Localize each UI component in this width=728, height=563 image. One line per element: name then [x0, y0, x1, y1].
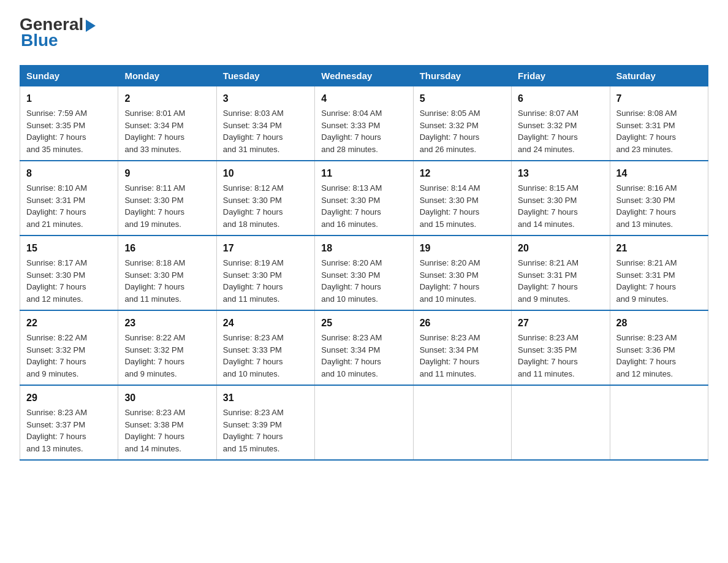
sunrise-label: Sunrise: 8:16 AM — [616, 183, 677, 193]
day-number: 2 — [124, 91, 210, 106]
calendar-cell: 12 Sunrise: 8:14 AM Sunset: 3:30 PM Dayl… — [413, 161, 511, 236]
calendar-cell: 20 Sunrise: 8:21 AM Sunset: 3:31 PM Dayl… — [512, 236, 610, 310]
sunrise-label: Sunrise: 8:22 AM — [124, 333, 185, 342]
calendar-cell: 9 Sunrise: 8:11 AM Sunset: 3:30 PM Dayli… — [118, 161, 216, 236]
day-number: 6 — [518, 91, 603, 106]
daylight-label: Daylight: 7 hours — [616, 207, 677, 216]
day-number: 16 — [124, 241, 210, 256]
daylight-minutes: and 11 minutes. — [518, 369, 575, 378]
sunrise-label: Sunrise: 8:13 AM — [321, 183, 382, 193]
sunrise-label: Sunrise: 8:23 AM — [26, 408, 87, 417]
sunset-label: Sunset: 3:30 PM — [124, 196, 183, 205]
calendar-cell: 19 Sunrise: 8:20 AM Sunset: 3:30 PM Dayl… — [413, 236, 511, 310]
daylight-label: Daylight: 7 hours — [420, 132, 480, 142]
daylight-label: Daylight: 7 hours — [223, 207, 283, 216]
sunset-label: Sunset: 3:34 PM — [223, 121, 282, 130]
sunset-label: Sunset: 3:30 PM — [420, 196, 479, 205]
daylight-label: Daylight: 7 hours — [616, 357, 677, 366]
sunrise-label: Sunrise: 8:17 AM — [26, 258, 87, 267]
daylight-minutes: and 19 minutes. — [124, 220, 181, 229]
daylight-minutes: and 18 minutes. — [223, 220, 280, 229]
sunset-label: Sunset: 3:34 PM — [124, 121, 183, 130]
sunrise-label: Sunrise: 8:20 AM — [321, 258, 382, 267]
daylight-label: Daylight: 7 hours — [124, 132, 184, 142]
daylight-minutes: and 15 minutes. — [420, 220, 477, 229]
day-number: 18 — [321, 241, 406, 256]
daylight-label: Daylight: 7 hours — [26, 282, 86, 291]
calendar-cell: 25 Sunrise: 8:23 AM Sunset: 3:34 PM Dayl… — [315, 310, 413, 385]
sunrise-label: Sunrise: 8:07 AM — [518, 109, 578, 118]
daylight-label: Daylight: 7 hours — [124, 432, 184, 441]
sunrise-label: Sunrise: 7:59 AM — [26, 109, 87, 118]
sunset-label: Sunset: 3:30 PM — [616, 196, 675, 205]
calendar-cell — [512, 385, 610, 460]
daylight-label: Daylight: 7 hours — [321, 132, 381, 142]
daylight-minutes: and 13 minutes. — [616, 220, 673, 229]
calendar-cell: 22 Sunrise: 8:22 AM Sunset: 3:32 PM Dayl… — [20, 310, 118, 385]
day-number: 13 — [518, 166, 603, 181]
calendar-cell: 8 Sunrise: 8:10 AM Sunset: 3:31 PM Dayli… — [20, 161, 118, 236]
calendar-week-row: 1 Sunrise: 7:59 AM Sunset: 3:35 PM Dayli… — [20, 86, 708, 161]
daylight-minutes: and 10 minutes. — [420, 294, 477, 304]
calendar-cell: 29 Sunrise: 8:23 AM Sunset: 3:37 PM Dayl… — [20, 385, 118, 460]
sunrise-label: Sunrise: 8:21 AM — [616, 258, 677, 267]
sunrise-label: Sunrise: 8:23 AM — [420, 333, 480, 342]
daylight-minutes: and 13 minutes. — [26, 444, 83, 453]
sunset-label: Sunset: 3:35 PM — [26, 121, 85, 130]
sunset-label: Sunset: 3:30 PM — [124, 270, 183, 280]
sunset-label: Sunset: 3:30 PM — [321, 196, 380, 205]
daylight-label: Daylight: 7 hours — [321, 357, 381, 366]
sunset-label: Sunset: 3:32 PM — [518, 121, 577, 130]
day-number: 27 — [518, 316, 603, 331]
calendar-cell: 15 Sunrise: 8:17 AM Sunset: 3:30 PM Dayl… — [20, 236, 118, 310]
daylight-minutes: and 15 minutes. — [223, 444, 280, 453]
daylight-label: Daylight: 7 hours — [223, 132, 283, 142]
day-number: 15 — [26, 241, 112, 256]
sunrise-label: Sunrise: 8:20 AM — [420, 258, 480, 267]
sunset-label: Sunset: 3:32 PM — [420, 121, 479, 130]
calendar-cell: 7 Sunrise: 8:08 AM Sunset: 3:31 PM Dayli… — [610, 86, 708, 161]
sunrise-label: Sunrise: 8:10 AM — [26, 183, 87, 193]
calendar-cell: 18 Sunrise: 8:20 AM Sunset: 3:30 PM Dayl… — [315, 236, 413, 310]
calendar-week-row: 22 Sunrise: 8:22 AM Sunset: 3:32 PM Dayl… — [20, 310, 708, 385]
sunrise-label: Sunrise: 8:19 AM — [223, 258, 284, 267]
sunrise-label: Sunrise: 8:03 AM — [223, 109, 284, 118]
daylight-minutes: and 10 minutes. — [321, 369, 378, 378]
calendar-week-row: 8 Sunrise: 8:10 AM Sunset: 3:31 PM Dayli… — [20, 161, 708, 236]
sunset-label: Sunset: 3:37 PM — [26, 420, 85, 429]
sunset-label: Sunset: 3:35 PM — [518, 345, 577, 354]
calendar-cell: 31 Sunrise: 8:23 AM Sunset: 3:39 PM Dayl… — [216, 385, 314, 460]
sunset-label: Sunset: 3:33 PM — [321, 121, 380, 130]
day-number: 20 — [518, 241, 603, 256]
sunset-label: Sunset: 3:30 PM — [223, 270, 282, 280]
calendar-cell: 13 Sunrise: 8:15 AM Sunset: 3:30 PM Dayl… — [512, 161, 610, 236]
sunrise-label: Sunrise: 8:05 AM — [420, 109, 480, 118]
logo-arrow-icon — [86, 20, 96, 32]
daylight-label: Daylight: 7 hours — [223, 357, 283, 366]
daylight-minutes: and 21 minutes. — [26, 220, 83, 229]
day-number: 26 — [420, 316, 505, 331]
daylight-minutes: and 12 minutes. — [26, 294, 83, 304]
sunrise-label: Sunrise: 8:14 AM — [420, 183, 480, 193]
calendar-cell: 11 Sunrise: 8:13 AM Sunset: 3:30 PM Dayl… — [315, 161, 413, 236]
sunrise-label: Sunrise: 8:23 AM — [223, 408, 284, 417]
day-number: 8 — [26, 166, 112, 181]
daylight-label: Daylight: 7 hours — [124, 207, 184, 216]
day-number: 10 — [223, 166, 308, 181]
calendar-cell: 24 Sunrise: 8:23 AM Sunset: 3:33 PM Dayl… — [216, 310, 314, 385]
day-number: 19 — [420, 241, 505, 256]
column-header-thursday: Thursday — [413, 66, 511, 86]
calendar-header-row: SundayMondayTuesdayWednesdayThursdayFrid… — [20, 66, 708, 86]
daylight-label: Daylight: 7 hours — [518, 207, 578, 216]
daylight-label: Daylight: 7 hours — [223, 432, 283, 441]
sunrise-label: Sunrise: 8:15 AM — [518, 183, 578, 193]
sunrise-label: Sunrise: 8:18 AM — [124, 258, 185, 267]
day-number: 12 — [420, 166, 505, 181]
daylight-minutes: and 14 minutes. — [124, 444, 181, 453]
sunrise-label: Sunrise: 8:23 AM — [321, 333, 382, 342]
daylight-label: Daylight: 7 hours — [420, 282, 480, 291]
daylight-label: Daylight: 7 hours — [223, 282, 283, 291]
column-header-monday: Monday — [118, 66, 216, 86]
sunset-label: Sunset: 3:31 PM — [616, 121, 675, 130]
calendar-week-row: 15 Sunrise: 8:17 AM Sunset: 3:30 PM Dayl… — [20, 236, 708, 310]
